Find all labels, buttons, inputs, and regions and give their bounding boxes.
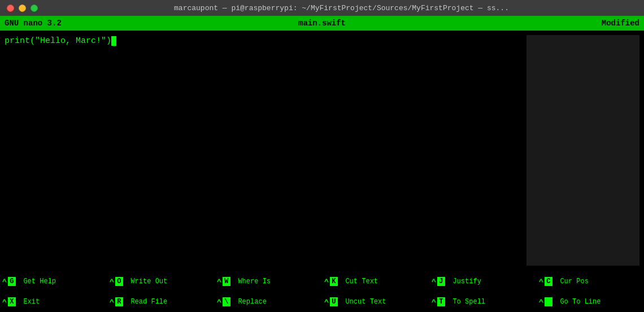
footer-item-cur-pos[interactable]: ^C Cur Pos (537, 271, 644, 292)
cursor (111, 36, 116, 46)
editor-right-panel (526, 35, 639, 266)
editor-left-panel[interactable]: print("Hello, Marc!") (5, 35, 526, 266)
caret-g: ^ (2, 278, 7, 286)
key-g: G (8, 277, 16, 286)
caret-space: ^ (539, 298, 543, 306)
caret-w: ^ (217, 278, 221, 286)
code-text: print("Hello, Marc!") (5, 35, 111, 47)
caret-u: ^ (324, 298, 329, 306)
footer-item-replace[interactable]: ^\ Replace (215, 292, 322, 312)
label-exit: Exit (23, 298, 40, 306)
label-to-spell: To Spell (452, 298, 485, 306)
key-o: O (115, 277, 123, 286)
caret-r: ^ (110, 298, 114, 306)
minimize-button[interactable] (19, 5, 26, 12)
editor-area[interactable]: print("Hello, Marc!") (0, 31, 644, 270)
footer-item-exit[interactable]: ^X Exit (0, 292, 107, 312)
key-t: T (437, 297, 445, 306)
label-where-is: Where Is (238, 278, 271, 285)
label-read-file: Read File (130, 298, 167, 306)
key-space (545, 297, 552, 306)
maximize-button[interactable] (31, 5, 38, 12)
footer-item-to-spell[interactable]: ^T To Spell (429, 292, 537, 312)
footer-item-cut-text[interactable]: ^K Cut Text (322, 271, 429, 292)
key-c: C (545, 277, 552, 286)
close-button[interactable] (7, 5, 14, 12)
nano-version: GNU nano 3.2 (5, 19, 95, 28)
nano-footer: ^G Get Help ^O Write Out ^W Where Is ^K … (0, 270, 644, 312)
label-justify: Justify (452, 278, 481, 285)
key-u: U (330, 297, 338, 306)
label-go-to-line: Go To Line (560, 298, 601, 306)
key-r: R (115, 297, 123, 306)
label-cut-text: Cut Text (345, 278, 378, 285)
code-line-1: print("Hello, Marc!") (5, 35, 526, 47)
nano-header: GNU nano 3.2 main.swift Modified (0, 16, 644, 31)
key-w: W (223, 277, 230, 286)
key-k: K (330, 277, 338, 286)
label-write-out: Write Out (130, 278, 167, 285)
key-backslash: \ (223, 297, 230, 306)
footer-item-go-to-line[interactable]: ^ Go To Line (537, 292, 644, 312)
footer-item-uncut-text[interactable]: ^U Uncut Text (322, 292, 429, 312)
title-text: marcaupont — pi@raspberrypi: ~/MyFirstPr… (46, 4, 637, 12)
footer-item-where-is[interactable]: ^W Where Is (215, 271, 322, 292)
footer-item-read-file[interactable]: ^R Read File (107, 292, 215, 312)
caret-t: ^ (432, 298, 436, 306)
label-replace: Replace (238, 298, 266, 306)
nano-filename: main.swift (95, 19, 549, 28)
footer-row-1: ^G Get Help ^O Write Out ^W Where Is ^K … (0, 271, 644, 292)
window: marcaupont — pi@raspberrypi: ~/MyFirstPr… (0, 0, 644, 312)
footer-item-get-help[interactable]: ^G Get Help (0, 271, 107, 292)
caret-j: ^ (432, 278, 436, 286)
title-bar: marcaupont — pi@raspberrypi: ~/MyFirstPr… (0, 0, 644, 16)
caret-o: ^ (110, 278, 114, 286)
footer-row-2: ^X Exit ^R Read File ^\ Replace ^U Uncut… (0, 292, 644, 312)
label-uncut-text: Uncut Text (345, 298, 386, 306)
key-x: X (8, 297, 16, 306)
footer-item-justify[interactable]: ^J Justify (429, 271, 537, 292)
footer-item-write-out[interactable]: ^O Write Out (107, 271, 215, 292)
caret-backslash: ^ (217, 298, 221, 306)
label-get-help: Get Help (23, 278, 56, 285)
caret-k: ^ (324, 278, 329, 286)
caret-c: ^ (539, 278, 543, 286)
label-cur-pos: Cur Pos (560, 278, 588, 285)
caret-x: ^ (2, 298, 7, 306)
nano-modified: Modified (549, 19, 639, 28)
key-j: J (437, 277, 445, 286)
